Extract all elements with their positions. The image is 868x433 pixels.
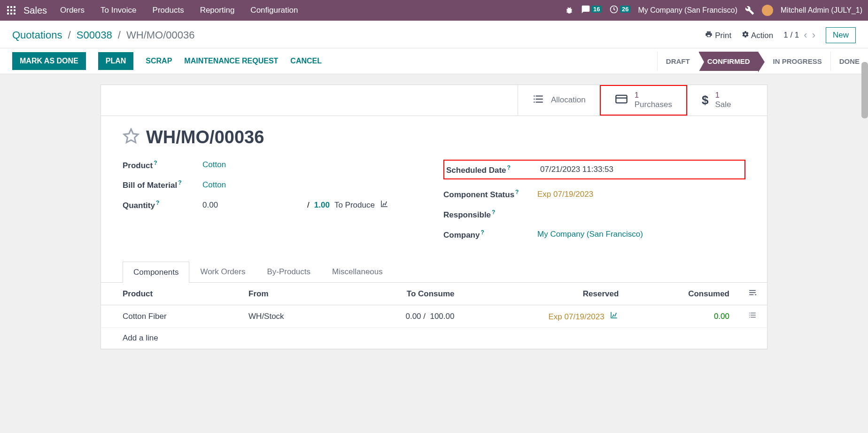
- menu-configuration[interactable]: Configuration: [250, 6, 298, 15]
- status-bar: MARK AS DONE PLAN SCRAP MAINTENANCE REQU…: [0, 48, 868, 74]
- scheduled-date-value[interactable]: 07/21/2023 11:33:53: [540, 165, 613, 174]
- bom-value[interactable]: Cotton: [202, 180, 226, 190]
- pager: 1 / 1 ‹ ›: [783, 29, 815, 41]
- tab-by-products[interactable]: By-Products: [256, 261, 321, 282]
- cell-product[interactable]: Cotton Fiber: [101, 305, 239, 328]
- company-switcher[interactable]: My Company (San Francisco): [638, 6, 737, 15]
- row-details-icon[interactable]: [739, 305, 767, 328]
- bom-label: Bill of Material?: [123, 179, 202, 190]
- activities-badge: 26: [620, 6, 630, 13]
- dollar-icon: $: [702, 93, 708, 108]
- svg-rect-6: [7, 13, 9, 15]
- scrap-button[interactable]: SCRAP: [146, 57, 172, 65]
- quantity-value[interactable]: 0.00: [202, 201, 218, 210]
- plan-button[interactable]: PLAN: [98, 52, 134, 70]
- add-line[interactable]: Add a line: [101, 328, 767, 349]
- menu-products[interactable]: Products: [153, 6, 184, 15]
- action-button[interactable]: Action: [742, 31, 773, 40]
- pager-next-icon[interactable]: ›: [812, 29, 815, 41]
- responsible-label: Responsible?: [443, 209, 537, 220]
- stat-sale[interactable]: $ 1 Sale: [687, 85, 767, 116]
- cell-reserved: Exp 07/19/2023: [464, 305, 628, 328]
- stage-in-progress[interactable]: IN PROGRESS: [758, 52, 830, 71]
- breadcrumb: Quotations / S00038 / WH/MO/00036: [12, 29, 195, 41]
- product-label: Product?: [123, 160, 202, 170]
- pager-prev-icon[interactable]: ‹: [804, 29, 807, 41]
- menu-orders[interactable]: Orders: [60, 6, 85, 15]
- activities-icon[interactable]: 26: [609, 5, 630, 16]
- cancel-button[interactable]: CANCEL: [290, 57, 322, 65]
- crumb-quotations[interactable]: Quotations: [12, 29, 62, 41]
- stage-pipeline: DRAFT CONFIRMED IN PROGRESS DONE: [657, 48, 868, 74]
- scheduled-date-label: Scheduled Date?: [446, 164, 540, 175]
- quantity-label: Quantity?: [123, 200, 202, 210]
- maintenance-button[interactable]: MAINTENANCE REQUEST: [184, 57, 278, 65]
- stage-draft[interactable]: DRAFT: [657, 52, 698, 71]
- component-status-label: Component Status?: [443, 189, 537, 200]
- components-table: Product From To Consume Reserved Consume…: [101, 283, 767, 349]
- svg-rect-2: [14, 6, 16, 8]
- tab-components[interactable]: Components: [123, 262, 189, 283]
- product-value[interactable]: Cotton: [202, 160, 226, 170]
- svg-marker-12: [124, 129, 138, 143]
- messages-icon[interactable]: 16: [581, 5, 602, 16]
- scrollbar[interactable]: [861, 62, 868, 118]
- company-label: Company?: [443, 229, 537, 240]
- svg-rect-1: [10, 6, 12, 8]
- col-consumed: Consumed: [628, 283, 739, 305]
- user-name[interactable]: Mitchell Admin (JULY_1): [781, 6, 862, 15]
- control-bar: Quotations / S00038 / WH/MO/00036 Print …: [0, 21, 868, 48]
- svg-rect-3: [7, 9, 9, 11]
- tabs: Components Work Orders By-Products Misce…: [101, 261, 767, 283]
- col-to-consume: To Consume: [339, 283, 464, 305]
- col-options[interactable]: [739, 283, 767, 305]
- svg-rect-10: [616, 95, 627, 103]
- svg-rect-5: [14, 9, 16, 11]
- form-sheet: Allocation 1 Purchases $ 1 Sale: [101, 85, 767, 349]
- list-icon: [532, 93, 544, 108]
- svg-rect-7: [10, 13, 12, 15]
- quantity-total[interactable]: 1.00: [314, 201, 330, 210]
- star-icon[interactable]: [123, 128, 140, 147]
- company-value[interactable]: My Company (San Francisco): [537, 230, 643, 239]
- mark-done-button[interactable]: MARK AS DONE: [12, 52, 86, 70]
- record-title: WH/MO/00036: [146, 127, 264, 147]
- component-status-value: Exp 07/19/2023: [537, 190, 593, 199]
- apps-icon[interactable]: [6, 5, 17, 16]
- app-brand[interactable]: Sales: [23, 5, 47, 16]
- tab-miscellaneous[interactable]: Miscellaneous: [321, 261, 394, 282]
- tools-icon[interactable]: [745, 6, 754, 15]
- menu-reporting[interactable]: Reporting: [200, 6, 235, 15]
- bug-icon[interactable]: [565, 6, 574, 15]
- stat-purchases[interactable]: 1 Purchases: [600, 85, 687, 116]
- cell-from[interactable]: WH/Stock: [239, 305, 339, 328]
- col-from: From: [239, 283, 339, 305]
- svg-rect-8: [14, 13, 16, 15]
- table-row[interactable]: Cotton Fiber WH/Stock 0.00 / 100.00 Exp …: [101, 305, 767, 328]
- stat-allocation[interactable]: Allocation: [518, 85, 600, 116]
- stage-confirmed[interactable]: CONFIRMED: [698, 52, 759, 71]
- forecast-icon[interactable]: [380, 200, 389, 210]
- cell-consumed[interactable]: 0.00: [628, 305, 739, 328]
- menu-to-invoice[interactable]: To Invoice: [101, 6, 137, 15]
- col-reserved: Reserved: [464, 283, 628, 305]
- stat-buttons: Allocation 1 Purchases $ 1 Sale: [101, 85, 767, 116]
- main-menu: Orders To Invoice Products Reporting Con…: [60, 6, 298, 15]
- crumb-current: WH/MO/00036: [126, 29, 195, 41]
- avatar[interactable]: [762, 5, 773, 16]
- tab-work-orders[interactable]: Work Orders: [189, 261, 256, 282]
- crumb-order[interactable]: S00038: [77, 29, 112, 41]
- topbar: Sales Orders To Invoice Products Reporti…: [0, 0, 868, 21]
- card-icon: [615, 93, 628, 108]
- forecast-icon[interactable]: [609, 312, 619, 321]
- pager-text: 1 / 1: [783, 31, 799, 40]
- new-button[interactable]: New: [826, 27, 856, 43]
- cell-to-consume[interactable]: 0.00 / 100.00: [339, 305, 464, 328]
- col-product: Product: [101, 283, 239, 305]
- print-button[interactable]: Print: [705, 31, 731, 40]
- svg-rect-0: [7, 6, 9, 8]
- messages-badge: 16: [591, 6, 602, 13]
- topbar-right: 16 26 My Company (San Francisco) Mitchel…: [565, 5, 862, 16]
- svg-rect-4: [10, 9, 12, 11]
- quantity-suffix: To Produce: [334, 201, 375, 210]
